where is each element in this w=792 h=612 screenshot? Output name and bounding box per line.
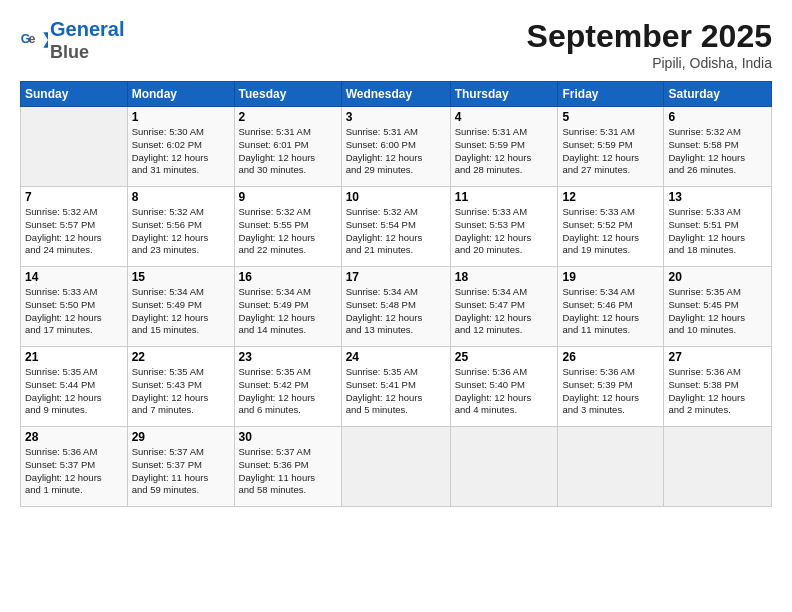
- calendar-cell: 30Sunrise: 5:37 AMSunset: 5:36 PMDayligh…: [234, 427, 341, 507]
- calendar-cell: [450, 427, 558, 507]
- calendar-cell: 9Sunrise: 5:32 AMSunset: 5:55 PMDaylight…: [234, 187, 341, 267]
- day-number: 12: [562, 190, 659, 204]
- day-number: 10: [346, 190, 446, 204]
- day-number: 11: [455, 190, 554, 204]
- day-number: 30: [239, 430, 337, 444]
- day-info: Sunrise: 5:36 AMSunset: 5:39 PMDaylight:…: [562, 366, 659, 417]
- day-number: 29: [132, 430, 230, 444]
- day-number: 24: [346, 350, 446, 364]
- day-number: 1: [132, 110, 230, 124]
- svg-text:e: e: [29, 33, 36, 47]
- calendar-cell: [664, 427, 772, 507]
- day-header-friday: Friday: [558, 82, 664, 107]
- title-area: September 2025 Pipili, Odisha, India: [527, 18, 772, 71]
- day-number: 3: [346, 110, 446, 124]
- calendar-cell: 1Sunrise: 5:30 AMSunset: 6:02 PMDaylight…: [127, 107, 234, 187]
- logo: G e General Blue: [20, 18, 124, 63]
- day-info: Sunrise: 5:35 AMSunset: 5:41 PMDaylight:…: [346, 366, 446, 417]
- day-info: Sunrise: 5:33 AMSunset: 5:53 PMDaylight:…: [455, 206, 554, 257]
- calendar-cell: 10Sunrise: 5:32 AMSunset: 5:54 PMDayligh…: [341, 187, 450, 267]
- calendar-cell: 7Sunrise: 5:32 AMSunset: 5:57 PMDaylight…: [21, 187, 128, 267]
- day-info: Sunrise: 5:36 AMSunset: 5:38 PMDaylight:…: [668, 366, 767, 417]
- day-info: Sunrise: 5:32 AMSunset: 5:54 PMDaylight:…: [346, 206, 446, 257]
- calendar-table: SundayMondayTuesdayWednesdayThursdayFrid…: [20, 81, 772, 507]
- day-info: Sunrise: 5:32 AMSunset: 5:56 PMDaylight:…: [132, 206, 230, 257]
- calendar-cell: 16Sunrise: 5:34 AMSunset: 5:49 PMDayligh…: [234, 267, 341, 347]
- day-header-sunday: Sunday: [21, 82, 128, 107]
- day-info: Sunrise: 5:33 AMSunset: 5:50 PMDaylight:…: [25, 286, 123, 337]
- calendar-cell: 29Sunrise: 5:37 AMSunset: 5:37 PMDayligh…: [127, 427, 234, 507]
- calendar-cell: 23Sunrise: 5:35 AMSunset: 5:42 PMDayligh…: [234, 347, 341, 427]
- calendar-cell: 25Sunrise: 5:36 AMSunset: 5:40 PMDayligh…: [450, 347, 558, 427]
- day-info: Sunrise: 5:34 AMSunset: 5:46 PMDaylight:…: [562, 286, 659, 337]
- calendar-cell: 17Sunrise: 5:34 AMSunset: 5:48 PMDayligh…: [341, 267, 450, 347]
- day-number: 21: [25, 350, 123, 364]
- day-number: 5: [562, 110, 659, 124]
- day-number: 6: [668, 110, 767, 124]
- day-number: 26: [562, 350, 659, 364]
- day-number: 22: [132, 350, 230, 364]
- logo-icon: G e: [20, 26, 48, 54]
- day-number: 7: [25, 190, 123, 204]
- calendar-cell: 22Sunrise: 5:35 AMSunset: 5:43 PMDayligh…: [127, 347, 234, 427]
- day-number: 14: [25, 270, 123, 284]
- header: G e General Blue September 2025 Pipili, …: [20, 18, 772, 71]
- calendar-cell: 4Sunrise: 5:31 AMSunset: 5:59 PMDaylight…: [450, 107, 558, 187]
- calendar-cell: 2Sunrise: 5:31 AMSunset: 6:01 PMDaylight…: [234, 107, 341, 187]
- calendar-cell: 19Sunrise: 5:34 AMSunset: 5:46 PMDayligh…: [558, 267, 664, 347]
- day-info: Sunrise: 5:31 AMSunset: 6:00 PMDaylight:…: [346, 126, 446, 177]
- calendar-cell: 26Sunrise: 5:36 AMSunset: 5:39 PMDayligh…: [558, 347, 664, 427]
- day-info: Sunrise: 5:33 AMSunset: 5:52 PMDaylight:…: [562, 206, 659, 257]
- calendar-cell: 27Sunrise: 5:36 AMSunset: 5:38 PMDayligh…: [664, 347, 772, 427]
- calendar-cell: 12Sunrise: 5:33 AMSunset: 5:52 PMDayligh…: [558, 187, 664, 267]
- calendar-cell: 11Sunrise: 5:33 AMSunset: 5:53 PMDayligh…: [450, 187, 558, 267]
- calendar-cell: 8Sunrise: 5:32 AMSunset: 5:56 PMDaylight…: [127, 187, 234, 267]
- day-number: 4: [455, 110, 554, 124]
- day-info: Sunrise: 5:34 AMSunset: 5:47 PMDaylight:…: [455, 286, 554, 337]
- day-info: Sunrise: 5:31 AMSunset: 5:59 PMDaylight:…: [562, 126, 659, 177]
- location-subtitle: Pipili, Odisha, India: [527, 55, 772, 71]
- day-header-thursday: Thursday: [450, 82, 558, 107]
- day-number: 17: [346, 270, 446, 284]
- day-info: Sunrise: 5:32 AMSunset: 5:58 PMDaylight:…: [668, 126, 767, 177]
- calendar-cell: [558, 427, 664, 507]
- day-number: 2: [239, 110, 337, 124]
- month-title: September 2025: [527, 18, 772, 55]
- calendar-cell: 3Sunrise: 5:31 AMSunset: 6:00 PMDaylight…: [341, 107, 450, 187]
- calendar-cell: 18Sunrise: 5:34 AMSunset: 5:47 PMDayligh…: [450, 267, 558, 347]
- day-info: Sunrise: 5:32 AMSunset: 5:57 PMDaylight:…: [25, 206, 123, 257]
- calendar-cell: 5Sunrise: 5:31 AMSunset: 5:59 PMDaylight…: [558, 107, 664, 187]
- day-info: Sunrise: 5:30 AMSunset: 6:02 PMDaylight:…: [132, 126, 230, 177]
- day-info: Sunrise: 5:37 AMSunset: 5:36 PMDaylight:…: [239, 446, 337, 497]
- day-info: Sunrise: 5:32 AMSunset: 5:55 PMDaylight:…: [239, 206, 337, 257]
- day-header-saturday: Saturday: [664, 82, 772, 107]
- day-info: Sunrise: 5:31 AMSunset: 5:59 PMDaylight:…: [455, 126, 554, 177]
- calendar-cell: 20Sunrise: 5:35 AMSunset: 5:45 PMDayligh…: [664, 267, 772, 347]
- day-number: 15: [132, 270, 230, 284]
- page: G e General Blue September 2025 Pipili, …: [0, 0, 792, 612]
- day-number: 23: [239, 350, 337, 364]
- day-number: 28: [25, 430, 123, 444]
- day-info: Sunrise: 5:33 AMSunset: 5:51 PMDaylight:…: [668, 206, 767, 257]
- day-number: 18: [455, 270, 554, 284]
- day-info: Sunrise: 5:31 AMSunset: 6:01 PMDaylight:…: [239, 126, 337, 177]
- day-number: 20: [668, 270, 767, 284]
- day-info: Sunrise: 5:35 AMSunset: 5:42 PMDaylight:…: [239, 366, 337, 417]
- day-header-monday: Monday: [127, 82, 234, 107]
- day-info: Sunrise: 5:34 AMSunset: 5:49 PMDaylight:…: [239, 286, 337, 337]
- day-number: 27: [668, 350, 767, 364]
- day-info: Sunrise: 5:36 AMSunset: 5:40 PMDaylight:…: [455, 366, 554, 417]
- day-number: 9: [239, 190, 337, 204]
- calendar-cell: 15Sunrise: 5:34 AMSunset: 5:49 PMDayligh…: [127, 267, 234, 347]
- day-number: 19: [562, 270, 659, 284]
- day-number: 8: [132, 190, 230, 204]
- day-header-wednesday: Wednesday: [341, 82, 450, 107]
- day-number: 25: [455, 350, 554, 364]
- day-number: 13: [668, 190, 767, 204]
- day-info: Sunrise: 5:37 AMSunset: 5:37 PMDaylight:…: [132, 446, 230, 497]
- day-info: Sunrise: 5:36 AMSunset: 5:37 PMDaylight:…: [25, 446, 123, 497]
- day-info: Sunrise: 5:35 AMSunset: 5:45 PMDaylight:…: [668, 286, 767, 337]
- calendar-cell: 14Sunrise: 5:33 AMSunset: 5:50 PMDayligh…: [21, 267, 128, 347]
- calendar-cell: 28Sunrise: 5:36 AMSunset: 5:37 PMDayligh…: [21, 427, 128, 507]
- day-info: Sunrise: 5:34 AMSunset: 5:49 PMDaylight:…: [132, 286, 230, 337]
